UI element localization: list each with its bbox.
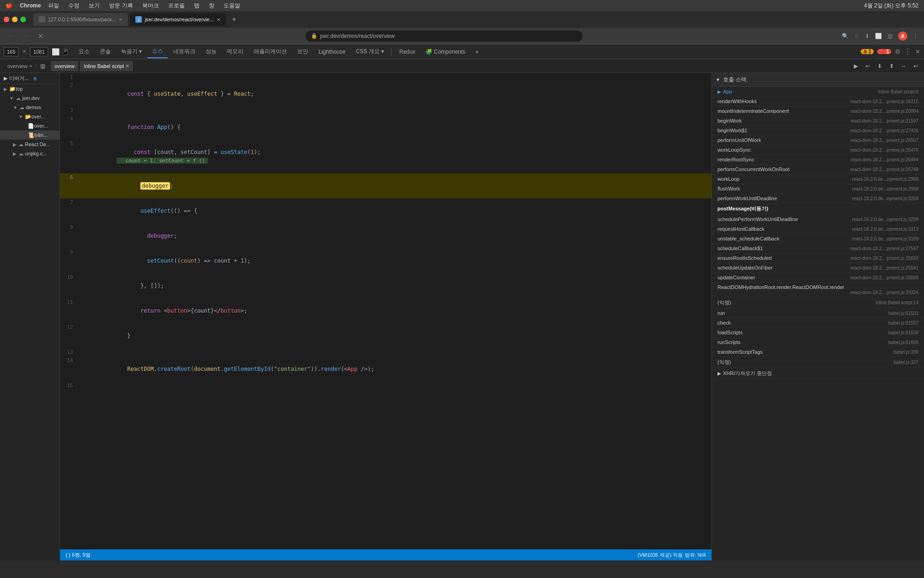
minimize-window-button[interactable] bbox=[12, 17, 18, 22]
sources-tab-overview[interactable]: overview bbox=[51, 61, 78, 71]
forward-button[interactable]: → bbox=[20, 31, 31, 42]
menu-view[interactable]: 보기 bbox=[89, 2, 100, 10]
call-stack-item-runscripts[interactable]: runScripts babel.js:61668 bbox=[712, 338, 924, 347]
apple-menu[interactable]: 🍎 bbox=[6, 2, 12, 9]
tab-sources[interactable]: 소스 bbox=[147, 45, 168, 58]
call-stack-item-performunit[interactable]: performUnitOfWork react-dom-18.2....pmen… bbox=[712, 135, 924, 145]
debugger-pause-icon[interactable]: ⏸ bbox=[32, 76, 37, 81]
code-content[interactable]: 1 2 const { useState, useEffect } = Reac… bbox=[60, 73, 711, 549]
call-stack-item-unstable[interactable]: unstable_scheduleCallback react-18.2.0.d… bbox=[712, 234, 924, 244]
call-stack-item-mountindeterminate[interactable]: mountIndeterminateComponent react-dom-18… bbox=[712, 106, 924, 116]
menu-history[interactable]: 방문 기록 bbox=[109, 2, 133, 10]
call-stack-item-beginwork[interactable]: beginWork react-dom-18.2....pment.js:215… bbox=[712, 116, 924, 126]
close-window-button[interactable] bbox=[4, 17, 9, 22]
maximize-window-button[interactable] bbox=[20, 17, 26, 22]
sources-pane-toggle-icon[interactable]: ▥ bbox=[40, 63, 45, 69]
tab-console[interactable]: 콘솔 bbox=[95, 45, 116, 58]
call-stack-item-workloop[interactable]: workLoop react-18.2.0.de...opment.js:299… bbox=[712, 174, 924, 184]
menu-profiles[interactable]: 프로필 bbox=[168, 2, 185, 10]
bookmark-icon[interactable]: ☆ bbox=[854, 33, 859, 39]
tree-item-over1[interactable]: ▼ 📂 over... bbox=[0, 112, 60, 121]
call-stack-item-scheduleperform[interactable]: schedulePerformWorkUntilDeadline react-1… bbox=[712, 215, 924, 224]
tree-item-unpkg[interactable]: ▶ ☁ unpkg.c... bbox=[0, 149, 60, 158]
download-icon[interactable]: ⬇ bbox=[865, 33, 869, 39]
resume-button[interactable]: ▶ bbox=[851, 61, 860, 71]
menu-help[interactable]: 도움말 bbox=[224, 2, 240, 10]
step-into-button[interactable]: ⬇ bbox=[875, 61, 884, 71]
tab-elements[interactable]: 요소 bbox=[74, 45, 94, 58]
call-stack-item-anon2[interactable]: (익명) babel.js:327 bbox=[712, 357, 924, 368]
tab-network[interactable]: 네트워크 bbox=[169, 45, 200, 58]
tab-close-2[interactable]: ✕ bbox=[217, 17, 220, 22]
sources-kebab-icon[interactable]: ⋮ bbox=[34, 63, 38, 68]
line-number-input[interactable]: 165 bbox=[4, 47, 18, 56]
menu-tabs[interactable]: 탭 bbox=[194, 2, 200, 10]
warning-badge[interactable]: ⚠ 1 bbox=[861, 49, 873, 54]
call-stack-item-performconcurrent[interactable]: performConcurrentWorkOnRoot react-dom-18… bbox=[712, 165, 924, 174]
sources-tab-page[interactable]: overview » ⋮ ▥ bbox=[4, 61, 49, 71]
tab-application[interactable]: 애플리케이션 bbox=[249, 45, 292, 58]
call-stack-item-check[interactable]: check babel.js:61597 bbox=[712, 318, 924, 328]
call-stack-item-schedulecallback1[interactable]: scheduleCallback$1 react-dom-18.2....pme… bbox=[712, 244, 924, 253]
devtools-kebab[interactable]: ⋮ bbox=[904, 47, 912, 56]
tree-item-demos[interactable]: ▼ ☁ demos bbox=[0, 103, 60, 112]
call-stack-item-workloopsync[interactable]: workLoopSync react-dom-18.2....pment.js:… bbox=[712, 145, 924, 155]
inspect-icon[interactable]: ⬜ bbox=[52, 48, 60, 55]
error-badge[interactable]: 🔴 1 bbox=[877, 49, 891, 54]
tab-css-overview[interactable]: CSS 개요 ▾ bbox=[351, 45, 389, 58]
step-out-button[interactable]: ⬆ bbox=[887, 61, 896, 71]
call-stack-item-performworkuntil[interactable]: performWorkUntilDeadline react-18.2.0.de… bbox=[712, 194, 924, 203]
tab-recorder[interactable]: 녹음기 ▾ bbox=[116, 45, 146, 58]
call-stack-item-requesthostcallback[interactable]: requestHostCallback react-18.2.0.de...op… bbox=[712, 224, 924, 234]
tab-memory[interactable]: 메모리 bbox=[222, 45, 248, 58]
menu-bookmarks[interactable]: 북마크 bbox=[142, 2, 159, 10]
tree-item-top[interactable]: ▶ 📁 top bbox=[0, 84, 60, 93]
inline-script-tab-close[interactable]: ✕ bbox=[126, 64, 129, 68]
tab-lighthouse[interactable]: Lighthouse bbox=[314, 45, 350, 58]
call-stack-item-beginwork1[interactable]: beginWork$1 react-dom-18.2....pment.js:2… bbox=[712, 126, 924, 135]
screenshot-icon[interactable]: ⬜ bbox=[875, 33, 882, 39]
tree-item-react-de[interactable]: ▶ ☁ React De... bbox=[0, 140, 60, 149]
debugger-play-icon[interactable]: ▶ bbox=[4, 75, 7, 81]
tree-item-over-html[interactable]: 📄 over... bbox=[0, 121, 60, 130]
url-input[interactable]: 🔒 jser.dev/demos/react/overview bbox=[305, 31, 583, 42]
call-stack-item-loadscripts[interactable]: loadScripts babel.js:61638 bbox=[712, 328, 924, 338]
tab-more[interactable]: » bbox=[471, 45, 483, 58]
settings-button[interactable]: ⚙ bbox=[895, 48, 900, 55]
step-button[interactable]: ↔ bbox=[899, 61, 908, 71]
column-number-input[interactable]: 1081 bbox=[30, 47, 48, 56]
browser-tab-2[interactable]: j jser.dev/demos/react/overvie... ✕ bbox=[130, 13, 225, 26]
menu-window[interactable]: 창 bbox=[209, 2, 214, 10]
new-tab-button[interactable]: + bbox=[228, 13, 241, 26]
tab-security[interactable]: 보안 bbox=[292, 45, 313, 58]
tab-performance[interactable]: 성능 bbox=[201, 45, 221, 58]
call-stack-item-run[interactable]: run babel.js:61531 bbox=[712, 308, 924, 318]
sources-tab-inline-script[interactable]: Inline Babel script ✕ bbox=[80, 61, 133, 71]
call-stack-item-flushwork[interactable]: flushWork react-18.2.0.de...opment.js:29… bbox=[712, 184, 924, 194]
call-stack-item-updatecontainer[interactable]: updateContainer react-dom-18.2....pment.… bbox=[712, 273, 924, 283]
back-button[interactable]: ← bbox=[6, 31, 17, 42]
call-stack-item-renderrootsync[interactable]: renderRootSync react-dom-18.2....pment.j… bbox=[712, 155, 924, 165]
call-stack-item-postmessage[interactable]: postMessage(비동기) bbox=[712, 203, 924, 215]
call-stack-item-renderwithhooks[interactable]: renderWithHooks react-dom-18.2....pment.… bbox=[712, 97, 924, 106]
extensions-icon[interactable]: ⋮ bbox=[913, 33, 918, 39]
call-stack-item-scheduleupdateonfiber[interactable]: scheduleUpdateOnFiber react-dom-18.2....… bbox=[712, 263, 924, 273]
browser-tab-1[interactable]: 127.0.0.1:5500/fixtures/pack... ✕ bbox=[33, 13, 128, 26]
menu-edit[interactable]: 수정 bbox=[68, 2, 79, 10]
device-toggle-icon[interactable]: 📱 bbox=[61, 48, 69, 55]
search-icon[interactable]: 🔍 bbox=[842, 33, 849, 39]
tree-item-jser[interactable]: ▼ ☁ jser.dev bbox=[0, 93, 60, 103]
deactivate-breakpoints-button[interactable]: ↩ bbox=[911, 61, 920, 71]
tab-close-1[interactable]: ✕ bbox=[119, 17, 122, 22]
tab-redux[interactable]: Redux bbox=[395, 45, 420, 58]
tab-components[interactable]: 🧩 Components bbox=[421, 45, 470, 58]
call-stack-item-app[interactable]: ▶ App Inline Babel script:6 bbox=[712, 87, 924, 97]
sidebar-toggle-icon[interactable]: ▥ bbox=[888, 33, 893, 39]
call-stack-item-xhr[interactable]: ▶ XHR/가져오기 중단점 bbox=[712, 368, 924, 379]
menu-file[interactable]: 파일 bbox=[48, 2, 59, 10]
sources-expand-icon[interactable]: » bbox=[29, 63, 32, 68]
devtools-close[interactable]: ✕ bbox=[915, 48, 920, 55]
call-stack-item-transformscript[interactable]: transformScriptTags babel.js:336 bbox=[712, 347, 924, 357]
profile-avatar[interactable]: A bbox=[898, 31, 907, 41]
tree-item-inline-script[interactable]: 📜 Inlin... bbox=[0, 130, 60, 140]
